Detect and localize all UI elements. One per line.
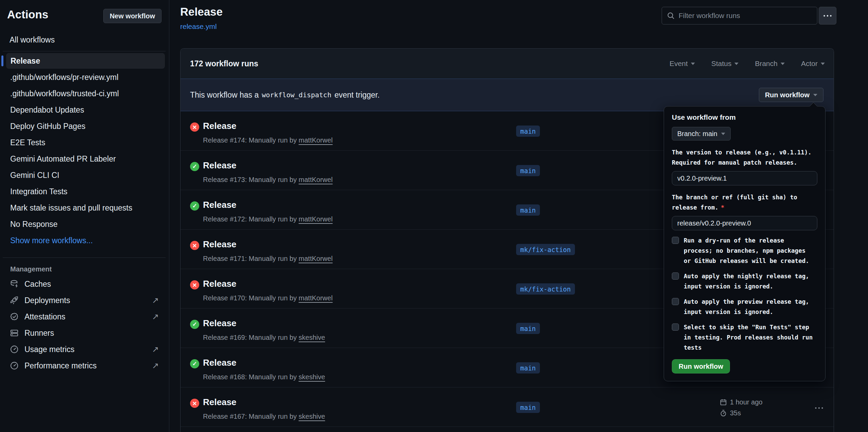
cache-icon (10, 280, 19, 288)
github-actions-page: Actions New workflow All workflows Relea… (0, 0, 868, 432)
rocket-icon (10, 296, 19, 305)
run-title-link[interactable]: Release (203, 279, 236, 289)
filter-dropdown-branch[interactable]: Branch (755, 60, 785, 68)
sidebar-item-mark-stale-issues-and-pull-requests[interactable]: Mark stale issues and pull requests (0, 200, 169, 216)
run-title-link[interactable]: Release (203, 397, 236, 408)
kebab-horizontal-icon (815, 407, 823, 409)
success-icon: ✓ (190, 162, 199, 171)
run-title-link[interactable]: Release (203, 121, 236, 131)
run-actor-link[interactable]: mattKorwel (299, 294, 333, 302)
filter-dropdown-status[interactable]: Status (711, 60, 739, 68)
branch-selector-button[interactable]: Branch: main (672, 127, 731, 140)
run-description: Release #170: Manually run by mattKorwel (203, 294, 333, 302)
workflow-file-link[interactable]: release.yml (180, 22, 217, 31)
dialog-checkbox-row[interactable]: Auto apply the preview release tag, inpu… (672, 297, 817, 317)
dialog-checkbox-row[interactable]: Select to skip the "Run Tests" step in t… (672, 322, 817, 353)
show-more-workflows-link[interactable]: Show more workflows... (0, 232, 169, 249)
stopwatch-icon (720, 410, 727, 417)
sidebar-item-release[interactable]: Release (6, 53, 165, 69)
sidebar-item-gemini-automated-pr-labeler[interactable]: Gemini Automated PR Labeler (0, 151, 169, 167)
failure-icon: × (190, 280, 199, 289)
new-workflow-button[interactable]: New workflow (103, 9, 161, 23)
sidebar-item-runners[interactable]: Runners (0, 325, 169, 341)
sidebar-item--github-workflows-pr-review-yml[interactable]: .github/workflows/pr-review.yml (0, 69, 169, 85)
checkbox[interactable] (672, 237, 679, 244)
calendar-icon (720, 399, 727, 406)
success-icon: ✓ (190, 359, 199, 368)
branch-badge[interactable]: main (516, 204, 540, 216)
run-actor-link[interactable]: mattKorwel (299, 255, 333, 262)
run-duration: 35s (730, 409, 741, 417)
sidebar-item-gemini-cli-ci[interactable]: Gemini CLI CI (0, 167, 169, 183)
sidebar-item-attestations[interactable]: Attestations ↗ (0, 309, 169, 325)
checkbox-label: Auto apply the preview release tag, inpu… (684, 297, 814, 317)
checkbox[interactable] (672, 323, 679, 331)
sidebar-item-no-response[interactable]: No Response (0, 216, 169, 232)
sidebar-item-deployments[interactable]: Deployments ↗ (0, 292, 169, 309)
filter-workflow-runs-input[interactable] (679, 12, 812, 20)
sidebar-item-e2e-tests[interactable]: E2E Tests (0, 134, 169, 151)
run-actor-link[interactable]: skeshive (299, 334, 325, 341)
run-actor-link[interactable]: skeshive (299, 413, 325, 420)
sidebar-item-usage-metrics[interactable]: Usage metrics ↗ (0, 341, 169, 358)
table-row-partial (181, 427, 834, 432)
chevron-down-icon (734, 63, 738, 65)
run-workflow-dropdown-button[interactable]: Run workflow (759, 88, 823, 102)
run-title-link[interactable]: Release (203, 160, 236, 171)
branch-badge[interactable]: main (516, 165, 540, 176)
checkbox-label: Run a dry-run of the release process; no… (684, 235, 814, 266)
sidebar-item-all-workflows[interactable]: All workflows (0, 32, 169, 48)
filter-dropdown-actor[interactable]: Actor (801, 60, 825, 68)
run-title-link[interactable]: Release (203, 239, 236, 250)
workflow-input-field[interactable] (672, 171, 817, 185)
chevron-down-icon (781, 63, 785, 65)
checkbox[interactable] (672, 298, 679, 305)
success-icon: ✓ (190, 201, 199, 211)
filter-workflow-runs-box (662, 7, 817, 24)
run-workflow-submit-button[interactable]: Run workflow (672, 359, 730, 373)
actions-sidebar: Actions New workflow All workflows Relea… (0, 0, 169, 432)
page-kebab-menu-button[interactable] (819, 7, 836, 24)
filter-dropdown-event[interactable]: Event (669, 60, 695, 68)
run-meta: 1 hour ago 35s (720, 398, 763, 417)
run-actor-link[interactable]: mattKorwel (299, 176, 333, 183)
run-actor-link[interactable]: mattKorwel (299, 215, 333, 223)
run-description: Release #168: Manually run by skeshive (203, 373, 325, 381)
dialog-fields: The version to release (e.g., v0.1.11). … (672, 147, 817, 230)
run-actor-link[interactable]: skeshive (299, 373, 325, 381)
branch-badge[interactable]: main (516, 323, 540, 334)
branch-badge[interactable]: mk/fix-action (516, 283, 575, 295)
run-title-link[interactable]: Release (203, 358, 236, 368)
workflow-run-row[interactable]: × Release Release #167: Manually run by … (181, 387, 834, 427)
run-actor-link[interactable]: mattKorwel (299, 136, 333, 144)
run-title-link[interactable]: Release (203, 318, 236, 329)
sidebar-item-deploy-github-pages[interactable]: Deploy GitHub Pages (0, 118, 169, 134)
banner-code: workflow_dispatch (262, 91, 331, 99)
meter-icon (10, 345, 19, 354)
dialog-checkbox-row[interactable]: Run a dry-run of the release process; no… (672, 235, 817, 266)
banner-text: This workflow has a (190, 90, 259, 100)
runs-list-header: 172 workflow runs Event Status Branch Ac… (181, 49, 834, 79)
sidebar-item-caches[interactable]: Caches (0, 276, 169, 292)
workflow-input-field[interactable] (672, 216, 817, 230)
run-title-link[interactable]: Release (203, 200, 236, 210)
branch-badge[interactable]: main (516, 402, 540, 413)
verified-icon (10, 312, 19, 321)
management-list: Caches Deployments ↗ Attestations ↗ Runn… (0, 276, 169, 374)
branch-badge[interactable]: mk/fix-action (516, 244, 575, 255)
workflow-list: Release.github/workflows/pr-review.yml.g… (0, 53, 169, 232)
kebab-horizontal-icon (823, 15, 832, 17)
run-description: Release #169: Manually run by skeshive (203, 334, 325, 342)
run-kebab-menu-button[interactable] (815, 405, 823, 410)
checkbox[interactable] (672, 272, 679, 280)
sidebar-item-integration-tests[interactable]: Integration Tests (0, 183, 169, 200)
branch-badge[interactable]: main (516, 362, 540, 373)
dialog-checkbox-row[interactable]: Auto apply the nightly release tag, inpu… (672, 271, 817, 292)
branch-badge[interactable]: main (516, 126, 540, 137)
chevron-down-icon (813, 94, 817, 96)
sidebar-item-performance-metrics[interactable]: Performance metrics ↗ (0, 358, 169, 374)
sidebar-divider (3, 51, 166, 51)
sidebar-item--github-workflows-trusted-ci-yml[interactable]: .github/workflows/trusted-ci.yml (0, 85, 169, 102)
sidebar-item-dependabot-updates[interactable]: Dependabot Updates (0, 102, 169, 118)
required-asterisk: * (721, 204, 725, 211)
